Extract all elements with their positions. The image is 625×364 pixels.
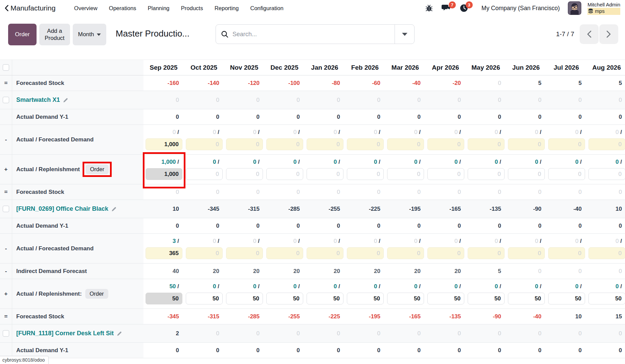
period-input[interactable] <box>588 247 625 259</box>
pager: 1-7 / 7 <box>556 24 618 44</box>
search-filters-toggle[interactable] <box>395 25 414 44</box>
period-input[interactable] <box>387 168 424 180</box>
messages-button[interactable]: 7 <box>439 3 454 14</box>
period-input[interactable] <box>146 138 182 150</box>
period-input[interactable] <box>307 293 343 304</box>
indirect-row: -Indirect Demand Forecast402020202020202… <box>0 264 625 279</box>
period-cell: 0 / <box>586 234 625 263</box>
debug-menu-button[interactable] <box>423 3 436 14</box>
menu-overview[interactable]: Overview <box>68 1 103 16</box>
select-row-checkbox[interactable] <box>3 206 9 212</box>
menu-configuration[interactable]: Configuration <box>244 1 289 16</box>
select-row-checkbox[interactable] <box>3 97 9 103</box>
actual-value: 0 <box>334 159 337 165</box>
slash-separator: / <box>418 238 421 244</box>
period-input[interactable] <box>307 138 343 150</box>
period-value: 0 <box>586 91 625 109</box>
period-input[interactable] <box>427 138 464 150</box>
select-row-checkbox[interactable] <box>3 330 9 337</box>
pencil-icon[interactable] <box>63 97 68 103</box>
period-input[interactable] <box>468 293 505 304</box>
product-link[interactable]: [FURN_0269] Office Chair Black <box>16 205 108 212</box>
period-input[interactable] <box>387 138 424 150</box>
month-range-dropdown[interactable]: Month <box>73 24 106 45</box>
period-input[interactable] <box>427 168 464 180</box>
period-input[interactable] <box>468 247 505 259</box>
user-avatar[interactable] <box>568 1 581 15</box>
month-header-aug-2026: Aug 2026 <box>586 60 625 75</box>
replenish-order-button[interactable]: Order <box>85 289 108 299</box>
period-input[interactable] <box>588 293 625 304</box>
row-symbol-minus: - <box>0 125 12 154</box>
period-input[interactable] <box>186 293 223 304</box>
actual-value: 50 <box>170 283 176 290</box>
period-cell: 50 / <box>143 279 184 309</box>
period-input[interactable] <box>548 293 585 304</box>
period-input[interactable] <box>387 293 424 304</box>
company-switcher[interactable]: My Company (San Francisco) <box>482 5 560 12</box>
period-input[interactable] <box>226 247 263 259</box>
period-input[interactable] <box>347 247 384 259</box>
control-panel: Order Add aProduct Month Master Producti… <box>0 16 625 53</box>
row-symbol-minus: - <box>0 234 12 263</box>
order-button[interactable]: Order <box>8 24 37 45</box>
add-a-product-button[interactable]: Add aProduct <box>39 24 70 45</box>
period-input[interactable] <box>508 168 545 180</box>
period-input[interactable] <box>548 247 585 259</box>
replenish-order-button[interactable]: Order <box>86 164 109 174</box>
period-input[interactable] <box>226 138 263 150</box>
slash-separator: / <box>297 283 300 290</box>
period-input[interactable] <box>307 247 343 259</box>
period-input[interactable] <box>266 293 303 304</box>
product-link[interactable]: Smartwatch X1 <box>16 96 60 104</box>
period-input[interactable] <box>508 293 545 304</box>
period-input[interactable] <box>266 247 303 259</box>
period-input[interactable] <box>347 138 384 150</box>
period-value: -255 <box>264 309 305 324</box>
menu-operations[interactable]: Operations <box>103 1 142 16</box>
app-switcher[interactable]: Manufacturing <box>5 4 55 12</box>
product-link[interactable]: [FURN_1118] Corner Desk Left Sit <box>16 330 114 337</box>
period-input[interactable] <box>548 168 585 180</box>
period-input[interactable] <box>588 168 625 180</box>
period-input[interactable] <box>186 138 223 150</box>
menu-reporting[interactable]: Reporting <box>209 1 245 16</box>
user-menu[interactable]: Mitchell Admin mps <box>587 2 620 15</box>
period-input[interactable] <box>226 168 263 180</box>
period-input[interactable] <box>266 168 303 180</box>
period-input[interactable] <box>146 293 182 304</box>
pager-next-button[interactable] <box>599 24 618 44</box>
period-input[interactable] <box>266 138 303 150</box>
period-input[interactable] <box>508 138 545 150</box>
period-input[interactable] <box>468 168 505 180</box>
menu-planning[interactable]: Planning <box>142 1 175 16</box>
pencil-icon[interactable] <box>111 206 117 212</box>
period-input[interactable] <box>347 293 384 304</box>
select-all-checkbox[interactable] <box>3 64 9 71</box>
period-input[interactable] <box>186 168 223 180</box>
slash-separator: / <box>176 238 179 244</box>
period-input[interactable] <box>307 168 343 180</box>
period-input[interactable] <box>468 138 505 150</box>
period-input[interactable] <box>146 168 182 180</box>
period-input[interactable] <box>427 293 464 304</box>
menu-products[interactable]: Products <box>175 1 209 16</box>
period-input[interactable] <box>347 168 384 180</box>
cell-top-value: 0 / <box>345 157 385 167</box>
row-label: Actual Demand Y-1 <box>16 347 68 354</box>
actual-value: 0 <box>213 238 216 244</box>
period-input[interactable] <box>427 247 464 259</box>
period-input[interactable] <box>508 247 545 259</box>
period-input[interactable] <box>146 247 182 259</box>
month-header-may-2026: May 2026 <box>466 60 506 75</box>
period-input[interactable] <box>186 247 223 259</box>
period-input[interactable] <box>387 247 424 259</box>
period-input[interactable] <box>588 138 625 150</box>
period-input[interactable] <box>548 138 585 150</box>
pencil-icon[interactable] <box>117 331 122 336</box>
search-input[interactable] <box>232 31 395 38</box>
activities-button[interactable]: 3 <box>457 3 471 14</box>
period-input[interactable] <box>226 293 263 304</box>
period-value: 0 <box>224 343 264 358</box>
pager-previous-button[interactable] <box>580 24 599 44</box>
